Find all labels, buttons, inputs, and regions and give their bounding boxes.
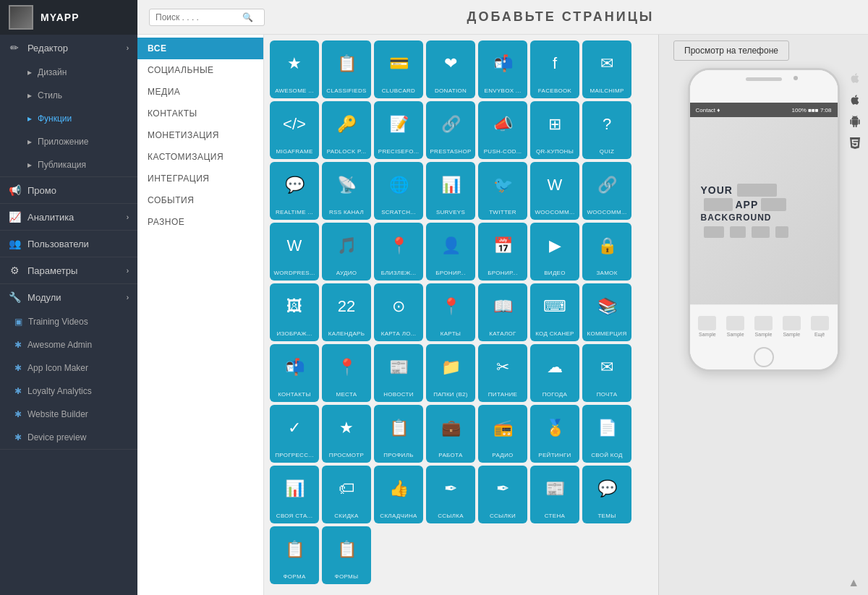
tile-link[interactable]: ✒ССЫЛКА	[426, 466, 475, 523]
bottom-tab-2[interactable]: Sample	[726, 316, 744, 337]
bottom-tab-3[interactable]: Sample	[754, 316, 773, 337]
sidebar-module-loyalty[interactable]: ✱ Loyalty Analytics	[0, 380, 137, 403]
bottom-tab-more[interactable]: Ещё	[811, 316, 829, 337]
tile-commerce[interactable]: 📚КОММЕРЦИЯ	[582, 283, 631, 341]
tile-calendar[interactable]: 22КАЛЕНДАРЬ	[322, 283, 371, 341]
tile-maps[interactable]: 📍КАРТЫ	[426, 283, 475, 341]
sidebar-item-settings[interactable]: ⚙ Параметры ›	[0, 257, 137, 283]
tile-lock[interactable]: 🔒ЗАМОК	[582, 223, 631, 281]
tile-rss[interactable]: 📡RSS КАНАЛ	[322, 162, 371, 220]
sidebar-module-training[interactable]: ▣ Training Videos	[0, 310, 137, 333]
android-icon[interactable]	[848, 114, 862, 129]
scroll-up-arrow[interactable]: ▲	[848, 576, 859, 589]
sidebar-module-website[interactable]: ✱ Website Builder	[0, 403, 137, 426]
sidebar-item-style[interactable]: ▸ Стиль	[0, 84, 137, 107]
tile-icon-woocomm2: 🔗	[597, 162, 617, 207]
category-all[interactable]: ВСЕ	[137, 38, 263, 59]
tile-mail[interactable]: ✉ПОЧТА	[582, 344, 631, 402]
tile-icon-lock: 🔒	[597, 223, 617, 268]
sidebar-item-publish[interactable]: ▸ Публикация	[0, 153, 137, 176]
tile-precisefo[interactable]: 📝PRECISEFO...	[374, 101, 423, 159]
tile-work[interactable]: 💼РАБОТА	[426, 405, 475, 463]
category-events[interactable]: СОБЫТИЯ	[137, 189, 263, 211]
html5-icon[interactable]	[848, 136, 862, 150]
tile-qrcoupons[interactable]: ⊞QR-КУПОНЫ	[530, 101, 579, 159]
tile-woocomm1[interactable]: WWOOCOMM...	[530, 162, 579, 220]
category-contacts[interactable]: КОНТАКТЫ	[137, 103, 263, 124]
tile-classifieds[interactable]: 📋CLASSIFIEDS	[322, 40, 371, 98]
tile-mycode[interactable]: 📄СВОЙ КОД	[582, 405, 631, 463]
tile-realtime[interactable]: 💬REALTIME ...	[270, 162, 319, 220]
tile-discount[interactable]: 🏷СКИДКА	[322, 466, 371, 523]
category-monetize[interactable]: МОНЕТИЗАЦИЯ	[137, 124, 263, 146]
sidebar-item-promo[interactable]: 📢 Промо	[0, 177, 137, 203]
bottom-tab-1[interactable]: Sample	[698, 316, 716, 337]
tile-migaframe[interactable]: </>MIGAFRAME	[270, 101, 319, 159]
sidebar-item-modules[interactable]: 🔧 Модули ›	[0, 284, 137, 310]
tile-qrscanner[interactable]: ⌨КОД СКАНЕР	[530, 283, 579, 341]
sidebar-module-app-icon[interactable]: ✱ App Icon Maker	[0, 356, 137, 380]
tile-clubcard[interactable]: 💳CLUBCARD	[374, 40, 423, 98]
tile-image[interactable]: 🖼ИЗОБРАЖ...	[270, 283, 319, 341]
tile-catalog[interactable]: 📖КАТАЛОГ	[478, 283, 527, 341]
tile-maplo[interactable]: ⊙КАРТА ЛО...	[374, 283, 423, 341]
tile-quiz[interactable]: ?QUIZ	[582, 101, 631, 159]
tile-scratch[interactable]: 🌐SCRATCH...	[374, 162, 423, 220]
tile-wall[interactable]: 📰СТЕНА	[530, 466, 579, 523]
tile-audio[interactable]: 🎵АУДИО	[322, 223, 371, 281]
bottom-tab-4[interactable]: Sample	[783, 316, 801, 337]
tile-links[interactable]: ✒ССЫЛКИ	[478, 466, 527, 523]
category-social[interactable]: СОЦИАЛЬНЫЕ	[137, 59, 263, 81]
tile-woocomm2[interactable]: 🔗WOOCOMM...	[582, 162, 631, 220]
tile-themes[interactable]: 💬ТЕМЫ	[582, 466, 631, 523]
home-button[interactable]	[754, 347, 774, 367]
tile-folders[interactable]: 📁ПАПКИ (B2)	[426, 344, 475, 402]
tile-facebook[interactable]: fFACEBOOK	[530, 40, 579, 98]
sidebar-item-editor[interactable]: ✏ Редактор ›	[0, 35, 137, 61]
tile-news[interactable]: 📰НОВОСТИ	[374, 344, 423, 402]
sidebar-module-awesome[interactable]: ✱ Awesome Admin	[0, 333, 137, 356]
sidebar-item-app[interactable]: ▸ Приложение	[0, 130, 137, 153]
tile-booking2[interactable]: 📅БРОНИР...	[478, 223, 527, 281]
tile-mailchimp[interactable]: ✉MAILCHIMP	[582, 40, 631, 98]
tile-twitter[interactable]: 🐦TWITTER	[478, 162, 527, 220]
tile-ratings[interactable]: 🏅РЕЙТИНГИ	[530, 405, 579, 463]
tile-food[interactable]: ✂ПИТАНИЕ	[478, 344, 527, 402]
tile-pushcod[interactable]: 📣PUSH-COD...	[478, 101, 527, 159]
tile-profile[interactable]: 📋ПРОФИЛЬ	[374, 405, 423, 463]
tile-envybox[interactable]: 📬ENVYBOX ...	[478, 40, 527, 98]
tile-mypage[interactable]: 📊СВОЯ СТА...	[270, 466, 319, 523]
sidebar-item-analytics[interactable]: 📈 Аналитика ›	[0, 204, 137, 230]
tile-form[interactable]: 📋ФОРМА	[270, 526, 319, 584]
tile-weather[interactable]: ☁ПОГОДА	[530, 344, 579, 402]
category-integration[interactable]: ИНТЕГРАЦИЯ	[137, 168, 263, 189]
category-media[interactable]: МЕДИА	[137, 81, 263, 103]
tile-contacts2[interactable]: 📬КОНТАКТЫ	[270, 344, 319, 402]
tile-forms[interactable]: 📋ФОРМЫ	[322, 526, 371, 584]
category-misc[interactable]: РАЗНОЕ	[137, 211, 263, 233]
apple-black-icon[interactable]	[848, 93, 862, 107]
tile-donation[interactable]: ❤DONATION	[426, 40, 475, 98]
sidebar-item-users[interactable]: 👥 Пользователи	[0, 231, 137, 257]
tile-browse[interactable]: ★ПРОСМОТР	[322, 405, 371, 463]
sidebar-module-device[interactable]: ✱ Device preview	[0, 426, 137, 449]
search-input[interactable]	[156, 12, 242, 22]
tile-nearby[interactable]: 📍БЛИЗЛЕЖ...	[374, 223, 423, 281]
search-box[interactable]: 🔍	[149, 9, 265, 26]
tile-padlock[interactable]: 🔑PADLOCK P...	[322, 101, 371, 159]
tile-surveys[interactable]: 📊SURVEYS	[426, 162, 475, 220]
apple-white-icon[interactable]	[848, 71, 862, 85]
tile-prestashop[interactable]: 🔗PRESTASHOP	[426, 101, 475, 159]
sidebar-item-functions[interactable]: ▸ Функции	[0, 107, 137, 130]
preview-phone-button[interactable]: Просмотр на телефоне	[673, 40, 789, 61]
tile-places[interactable]: 📍МЕСТА	[322, 344, 371, 402]
category-custom[interactable]: КАСТОМИЗАЦИЯ	[137, 146, 263, 168]
tile-awesome[interactable]: ★AWESOME ...	[270, 40, 319, 98]
tile-wordpress[interactable]: WWORDPRES...	[270, 223, 319, 281]
sidebar-item-design[interactable]: ▸ Дизайн	[0, 61, 137, 84]
tile-storage[interactable]: 👍СКЛАДЧИНА	[374, 466, 423, 523]
tile-radio[interactable]: 📻РАДИО	[478, 405, 527, 463]
tile-video[interactable]: ▶ВИДЕО	[530, 223, 579, 281]
tile-progress[interactable]: ✓ПРОГРЕСС...	[270, 405, 319, 463]
tile-booking1[interactable]: 👤БРОНИР...	[426, 223, 475, 281]
